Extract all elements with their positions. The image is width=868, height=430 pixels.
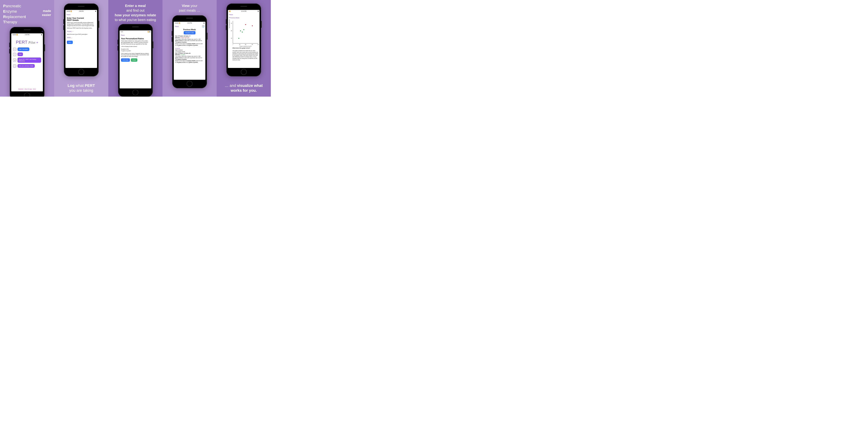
battery-icon [41,34,42,35]
phone-previous-meals: Carrier 4:32 PM Back ↥ Previous Meals Vi… [172,15,207,88]
visualize-data-button[interactable]: Visualize data [184,31,195,34]
data-point [243,29,244,30]
x-tick: 7 [232,44,233,45]
edit-meal-button[interactable]: Edit Meal [121,58,130,62]
page-title: Previous Meals [174,29,205,31]
share-icon[interactable]: ↥ [202,25,204,27]
ratio-covered: 1 Pill of Zenpep 25,000 covered: [121,46,150,48]
back-button[interactable]: Back [66,13,70,16]
data-point [240,30,241,31]
home-button[interactable] [132,89,138,95]
battery-icon [95,10,96,12]
y-axis-label: Fat Covered By One Pill [229,20,230,28]
x-axis-label: Protein Covered by One Pill [240,46,252,47]
status-bar: 5:27 [120,30,151,33]
calc-icon: ⁺∕₋ [13,48,16,51]
y-tick: 19 [231,38,232,39]
acro-r: R [3,15,6,19]
data-point [242,32,243,32]
graph-explain: This graph visualizes the meals that you… [232,50,258,61]
data-point [245,24,246,25]
disclaimer-link[interactable]: Disclaimer [18,88,24,90]
wifi-icon [16,34,18,35]
ratio-protein: 17 grams of protein [121,50,150,52]
y-tick: 25 [231,30,232,31]
battery-icon [258,10,258,12]
status-time: 5:27 [121,31,123,32]
panel-enter-meal: Enter a meal and find out how your enzym… [108,0,162,96]
list-icon: ≔ [13,59,16,62]
next-button[interactable]: Next [67,41,73,44]
status-bar: Carrier 4:32 PM [174,22,205,24]
faq-button[interactable]: FAQ [18,53,23,56]
back-button[interactable]: Back [121,34,125,36]
previous-meals-button[interactable]: See your previous meals [18,64,35,68]
data-point [252,25,253,26]
meals-icon: ◯ [13,64,16,67]
wifi-icon [179,22,180,24]
back-button[interactable]: Back [229,13,233,16]
home-button[interactable] [24,92,30,96]
plus-icon[interactable]: + [36,41,38,45]
battery-icon [150,31,150,32]
status-time: 4:32 PM [187,22,192,24]
home-button[interactable] [241,69,247,75]
phone-ratios: 5:27 Back Your Personalized Ratios These… [118,24,153,96]
status-time: 4:30 PM [79,10,84,12]
phone-graph: 12:14 PM Back Previous Meals Fat Covered… [226,3,261,77]
data-point [238,38,239,39]
x-tick: 37 [258,44,259,45]
x-tick: 22 [245,44,246,45]
panel-past-meals: View your past meals … Carrier 4:32 PM B… [162,0,217,96]
home-button[interactable] [187,81,192,87]
status-time: 4:29 PM [25,34,29,35]
intro-text: What is your current pancreatic enzyme r… [67,22,96,26]
panel-log-pert: Carrier 4:30 PM Back Enter Your CurrentP… [54,0,108,96]
phone-pert-details: Carrier 4:30 PM Back Enter Your CurrentP… [64,3,99,77]
wifi-icon [148,31,149,32]
panel-visualize: 12:14 PM Back Previous Meals Fat Covered… [217,0,271,96]
done-button[interactable]: Done [131,58,137,62]
acronym-headline: Pancreatic Enzyme Replacement Therapy ma… [2,3,53,25]
back-button[interactable]: Back [175,25,179,27]
x-tick: 15 [239,44,240,45]
made-easier: made easier [42,9,51,17]
acro-e: E [3,9,6,13]
scatter-chart: Fat Covered By One Pill Protein Covered … [233,21,258,44]
status-bar: 12:14 PM [228,10,259,12]
ratio-fat: 24 grams of fat [121,49,150,50]
home-button[interactable] [78,69,84,75]
version-label: v0.0.2 [33,88,36,90]
ratio-note: This is based on the meal of Spaghetti t… [121,53,150,57]
status-time: 12:14 PM [241,10,246,12]
graph-question: What does this graph show? [232,47,258,49]
footer-links: Disclaimer About this app v0.0.2 [13,87,41,91]
y-tick: 31 [231,23,232,24]
panel-intro: Pancreatic Enzyme Replacement Therapy ma… [0,0,54,96]
wifi-icon [229,10,230,12]
status-bar: Carrier 4:30 PM [65,10,97,12]
about-app-link[interactable]: About this app [25,88,32,90]
size-prompt: Select the size of your PERT prescriptio… [67,34,96,35]
meal-name-link[interactable]: Spaghetti [175,48,180,49]
headline: View your past meals … [179,3,200,13]
faq-icon: ? [13,53,16,56]
app-brand: PERT Pilot + [13,40,41,45]
start-calculator-button[interactable]: Start Calculator [18,48,29,51]
ratio-explain: These values indicate how many grams of … [121,40,150,45]
carrier-label: Carrier [12,34,16,35]
meal-entry: Fat: 47 Protein: 26 Carbs: 77 Effective:… [175,35,204,46]
breadcrumb[interactable]: Previous Meals [229,16,239,19]
phone-home: Carrier 4:29 PM ⚙ PERT Pilot + ⁺∕₋ Start… [10,27,44,96]
size-dropdown[interactable]: 25000 [67,36,96,39]
caption: Log what PERT you are taking [67,83,95,93]
acro-p: P [3,4,6,8]
status-bar: Carrier 4:29 PM [11,33,43,36]
x-tick: 30 [252,44,253,45]
caption: … and visualize what works for you. [225,83,263,93]
about-epi-button[interactable]: About EPI, PERT, and Dosing Effectively [18,58,41,63]
page-title: Your Personalized Ratios [121,37,150,39]
acro-t: T [3,20,5,24]
brand-dropdown[interactable]: Zenpep [67,30,96,33]
page-title: Enter Your CurrentPERT Details [67,17,96,21]
